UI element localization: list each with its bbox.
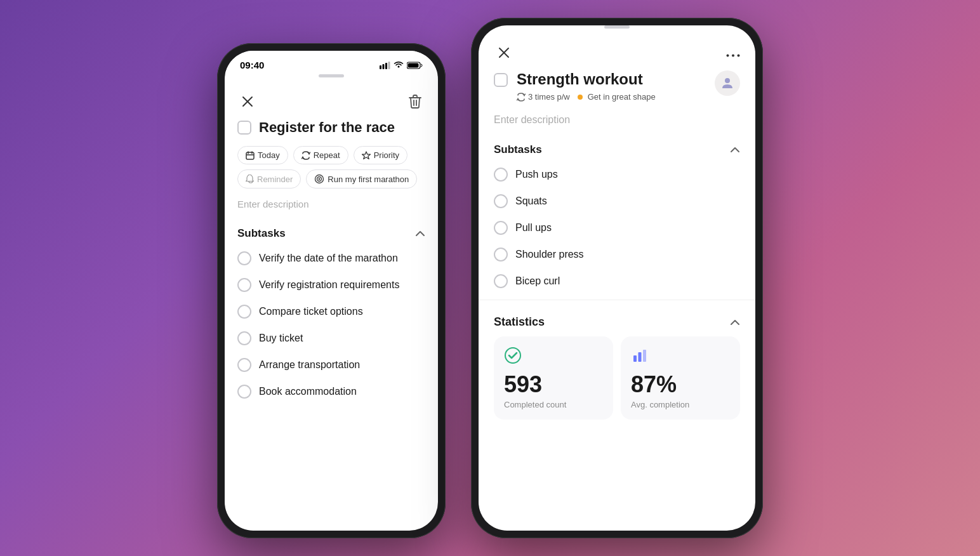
svg-point-20 <box>727 54 729 56</box>
repeat-tag[interactable]: Repeat <box>293 146 348 164</box>
subtask-checkbox-0[interactable] <box>237 251 251 265</box>
subtask-text-0: Verify the date of the marathon <box>259 253 398 264</box>
star-icon <box>362 151 371 160</box>
close-button-1[interactable] <box>237 91 258 112</box>
subtask-text-5: Book accommodation <box>259 386 357 397</box>
svg-rect-27 <box>643 350 646 362</box>
phone-1-screen: 09:40 <box>225 51 438 531</box>
svg-rect-10 <box>246 152 254 159</box>
svg-rect-26 <box>639 352 642 362</box>
stats-grid: 593 Completed count 87% Avg. completion <box>479 336 755 432</box>
goal-meta: Get in great shape <box>578 92 656 102</box>
task-title-1: Register for the race <box>259 119 395 136</box>
task-complete-checkbox[interactable] <box>237 121 251 135</box>
statistics-label: Statistics <box>494 315 545 329</box>
subtask-checkbox-2-2[interactable] <box>494 221 508 235</box>
subtasks-label-2: Subtasks <box>494 143 542 156</box>
chevron-up-icon-3 <box>730 319 740 326</box>
statistics-header: Statistics <box>479 305 755 336</box>
subtask-checkbox-3[interactable] <box>237 331 251 345</box>
subtask-text-2-0: Push ups <box>515 169 558 180</box>
today-label: Today <box>258 150 280 160</box>
subtask-checkbox-2-3[interactable] <box>494 248 508 261</box>
delete-button[interactable] <box>405 91 425 112</box>
svg-point-21 <box>732 54 734 56</box>
subtask-text-2-4: Bicep curl <box>515 275 560 287</box>
task-complete-checkbox-2[interactable] <box>494 73 508 87</box>
phone-2-screen: Strength workout 3 times p/w <box>479 25 755 531</box>
subtask-item: Verify registration requirements <box>225 272 438 298</box>
more-icon <box>726 54 740 57</box>
divider <box>479 300 755 300</box>
subtask-checkbox-2-0[interactable] <box>494 168 508 182</box>
svg-rect-5 <box>408 63 419 67</box>
today-tag[interactable]: Today <box>237 146 288 164</box>
svg-rect-0 <box>380 65 381 69</box>
subtask-checkbox-2-1[interactable] <box>494 194 508 208</box>
tags-row-2: Reminder Run my first marathon <box>225 169 438 194</box>
subtask-item: Compare ticket options <box>225 298 438 325</box>
subtask-text-2-2: Pull ups <box>515 222 552 234</box>
subtask-checkbox-5[interactable] <box>237 385 251 399</box>
avg-completion-card: 87% Avg. completion <box>621 336 740 420</box>
time-display: 09:40 <box>240 60 264 70</box>
statistics-collapse[interactable] <box>730 317 740 328</box>
subtasks-collapse-1[interactable] <box>415 228 425 239</box>
wifi-icon <box>394 62 404 69</box>
subtask-item-2-1: Squats <box>479 188 755 215</box>
subtasks-collapse-2[interactable] <box>730 145 740 155</box>
completed-count-label: Completed count <box>504 400 603 409</box>
repeat-label: Repeat <box>314 150 340 160</box>
task-title-2: Strength workout <box>517 70 656 88</box>
phone-2: Strength workout 3 times p/w <box>471 18 763 538</box>
svg-marker-14 <box>362 152 370 159</box>
subtask-text-4: Arrange transportation <box>259 359 360 371</box>
drag-handle <box>319 74 344 77</box>
battery-icon <box>407 62 423 69</box>
goal-icon <box>314 174 324 184</box>
person-icon <box>720 76 735 91</box>
description-field-2[interactable]: Enter description <box>479 109 755 136</box>
calendar-icon <box>246 151 255 160</box>
priority-tag[interactable]: Priority <box>354 146 407 164</box>
svg-point-22 <box>738 54 740 56</box>
close-button-2[interactable] <box>494 43 514 63</box>
subtask-text-2-1: Squats <box>515 195 547 207</box>
task-header-2: Strength workout 3 times p/w <box>479 70 755 109</box>
completed-icon <box>504 347 522 364</box>
check-circle-icon <box>504 347 603 368</box>
tags-row-1: Today Repeat Priority <box>225 146 438 169</box>
subtasks-header-1: Subtasks <box>225 220 438 245</box>
avg-completion-value: 87% <box>631 373 730 396</box>
svg-point-17 <box>319 178 321 180</box>
subtask-item: Arrange transportation <box>225 352 438 378</box>
subtask-text-3: Buy ticket <box>259 333 303 344</box>
svg-rect-1 <box>383 64 385 69</box>
description-field-1[interactable]: Enter description <box>225 194 438 220</box>
subtask-item-2-2: Pull ups <box>479 215 755 241</box>
subtask-checkbox-2[interactable] <box>237 305 251 319</box>
subtask-item: Buy ticket <box>225 325 438 352</box>
subtask-checkbox-4[interactable] <box>237 358 251 372</box>
bell-icon <box>246 175 254 183</box>
close-icon-2 <box>498 47 510 58</box>
reminder-tag[interactable]: Reminder <box>237 169 301 189</box>
chevron-up-icon-1 <box>415 230 425 237</box>
top-bar-1 <box>225 84 438 119</box>
subtask-item-2-4: Bicep curl <box>479 268 755 295</box>
subtasks-header-2: Subtasks <box>479 136 755 161</box>
subtask-checkbox-1[interactable] <box>237 278 251 292</box>
priority-label: Priority <box>374 150 399 160</box>
subtask-checkbox-2-4[interactable] <box>494 274 508 288</box>
subtask-item: Verify the date of the marathon <box>225 245 438 272</box>
subtasks-label-1: Subtasks <box>237 227 286 240</box>
goal-tag[interactable]: Run my first marathon <box>306 169 417 189</box>
goal-dot <box>578 95 583 100</box>
avg-icon <box>631 347 649 364</box>
subtask-text-1: Verify registration requirements <box>259 279 399 291</box>
repeat-icon-2 <box>517 93 526 102</box>
more-button[interactable] <box>726 46 740 60</box>
phone-1: 09:40 <box>217 43 446 538</box>
chevron-up-icon-2 <box>730 147 740 153</box>
subtask-text-2: Compare ticket options <box>259 306 363 317</box>
